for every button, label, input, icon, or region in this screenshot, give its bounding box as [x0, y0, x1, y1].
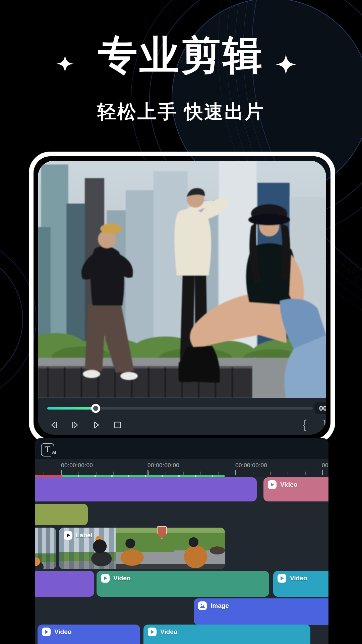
- timeline-ruler[interactable]: 00:00:00:00 00:00:00:00 00:00:00:00 00:: [35, 459, 328, 477]
- timeline-toolbar: T AI: [35, 438, 328, 459]
- filmstrip-frame: [174, 528, 225, 569]
- ruler-progress-red: [35, 475, 62, 477]
- timecode-label: 00:: [322, 462, 328, 469]
- keyframe-bracket-close[interactable]: }: [323, 418, 326, 432]
- ai-text-tool-icon[interactable]: T AI: [41, 443, 54, 457]
- previous-frame-button[interactable]: [50, 421, 58, 429]
- sparkle-icon: [56, 51, 74, 76]
- page-subtitle: 轻松上手 快速出片: [0, 99, 362, 125]
- video-player-card: 00: { }: [29, 152, 335, 444]
- ruler-major-tick: [61, 470, 62, 475]
- play-badge-icon: [64, 531, 72, 540]
- sparkle-icon: [276, 50, 296, 79]
- timecode-label: 00:00:00:00: [147, 462, 179, 469]
- keyframe-bracket-open[interactable]: {: [303, 418, 307, 432]
- pink-video-clip[interactable]: Video: [263, 477, 328, 501]
- play-badge-icon: [278, 574, 286, 583]
- player-control-bar: 00: { }: [38, 398, 326, 435]
- timecode-display: 00:: [314, 402, 326, 414]
- clip-label: Video: [290, 575, 307, 582]
- clip-label: Label: [76, 532, 93, 539]
- cyan-video-clip[interactable]: Video: [143, 625, 310, 644]
- video-preview-image: [38, 161, 326, 398]
- stop-button[interactable]: [113, 421, 122, 429]
- timecode-label: 00:00:00:00: [235, 462, 267, 469]
- timecode-label: 00:00:00:00: [61, 462, 93, 469]
- blue-video-clip[interactable]: Video: [38, 625, 140, 644]
- image-badge-icon: [198, 601, 207, 610]
- play-badge-icon: [101, 574, 110, 583]
- timeline-panel: T AI 00:00:00:00 00:00:00:00 00:00:00:00…: [35, 438, 328, 644]
- image-clip[interactable]: Image: [194, 598, 328, 625]
- progress-slider[interactable]: [47, 407, 313, 410]
- filmstrip-label-clip[interactable]: Label: [59, 528, 225, 569]
- ruler-major-tick: [322, 470, 323, 475]
- page-title: 专业剪辑: [0, 29, 362, 83]
- ruler-progress-green: [62, 475, 225, 477]
- ai-text-tool-t: T: [45, 444, 50, 454]
- filmstrip-frame: [35, 528, 56, 569]
- teal-video-clip[interactable]: Video: [97, 571, 269, 597]
- next-frame-button[interactable]: [71, 421, 79, 429]
- cyan-video-clip[interactable]: Video: [273, 571, 328, 597]
- ruler-major-tick: [235, 470, 236, 475]
- progress-thumb[interactable]: [91, 404, 100, 413]
- ruler-ticks: [35, 472, 328, 475]
- play-badge-icon: [42, 628, 51, 636]
- background-arc-line: [0, 250, 23, 389]
- purple-clip[interactable]: [35, 571, 94, 597]
- clip-label: Image: [210, 602, 229, 609]
- clip-label: Video: [280, 481, 297, 488]
- play-badge-icon: [148, 628, 157, 636]
- progress-fill: [47, 407, 96, 410]
- ai-text-tool-ai: AI: [51, 447, 56, 458]
- purple-clip[interactable]: [35, 477, 257, 501]
- clip-label: Video: [54, 628, 71, 636]
- play-button[interactable]: [92, 421, 101, 429]
- filmstrip-clip[interactable]: [35, 528, 56, 569]
- clip-label: Video: [113, 575, 130, 582]
- clip-label: Video: [160, 628, 177, 636]
- olive-clip[interactable]: [35, 504, 88, 525]
- ruler-major-tick: [147, 470, 148, 475]
- play-badge-icon: [268, 480, 277, 489]
